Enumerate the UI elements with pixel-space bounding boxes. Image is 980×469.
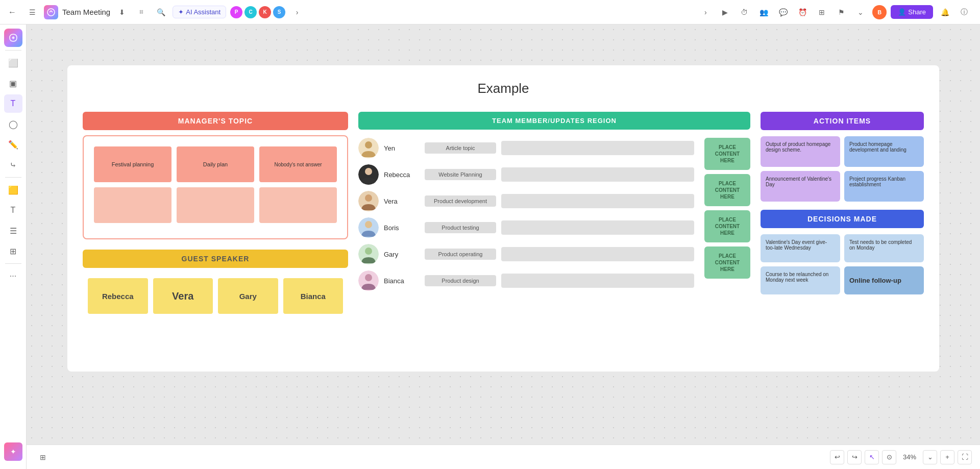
member-name-rebecca: Rebecca: [384, 171, 420, 179]
manager-topic-header: MANAGER'S TOPIC: [83, 112, 348, 130]
zoom-dropdown-button[interactable]: ⌄: [923, 450, 937, 464]
sticky-daily[interactable]: Daily plan: [177, 146, 254, 182]
help-button[interactable]: ⓘ: [957, 5, 972, 20]
tool-shape[interactable]: ◯: [4, 115, 22, 133]
place-content-2[interactable]: PLACECONTENTHERE: [704, 174, 750, 206]
tool-list[interactable]: ☰: [4, 221, 22, 240]
svg-point-6: [365, 194, 372, 202]
collab-button[interactable]: 👥: [756, 5, 771, 20]
tool-frame[interactable]: ▣: [4, 74, 22, 92]
guest-row: Rebecca Vera Gary Bianca: [83, 273, 348, 319]
team-column: TEAM MEMBER/UPDATES REGION Yen Article t…: [358, 112, 750, 297]
guest-bianca[interactable]: Bianca: [283, 278, 344, 314]
guest-gary[interactable]: Gary: [218, 278, 278, 314]
forward-button[interactable]: ›: [698, 5, 713, 20]
sticky-row-2: [94, 187, 337, 223]
notification-button[interactable]: 🔔: [937, 5, 952, 20]
table-button[interactable]: ⊞: [814, 5, 829, 20]
action-items-header: ACTION ITEMS: [761, 112, 924, 130]
ai-icon: ✦: [178, 8, 184, 16]
svg-point-12: [365, 274, 372, 281]
canvas[interactable]: Example MANAGER'S TOPIC Festival plannin…: [27, 24, 980, 445]
decision-card-1[interactable]: Valentine's Day event give-too-late Wedn…: [761, 234, 840, 262]
member-bar-vera: [501, 194, 694, 208]
action-card-4[interactable]: Project progress Kanban establishment: [844, 171, 924, 202]
tool-pen[interactable]: ✏️: [4, 135, 22, 154]
zoom-fit-button[interactable]: ⊙: [882, 450, 896, 464]
tool-table[interactable]: ⊞: [4, 242, 22, 260]
svg-point-0: [47, 9, 55, 16]
member-bar-rebecca: [501, 167, 694, 182]
sticky-empty-3[interactable]: [259, 187, 337, 223]
member-row-gary: Gary Product operating: [358, 244, 694, 264]
share-button[interactable]: 👤 Share: [891, 5, 933, 19]
menu-button[interactable]: ☰: [24, 5, 40, 20]
action-card-1[interactable]: Output of product homepage design scheme…: [761, 136, 840, 167]
timer-button[interactable]: ⏱: [737, 5, 752, 20]
member-bar-bianca: [501, 274, 694, 288]
avatar-rebecca: [358, 164, 379, 185]
decision-card-2[interactable]: Test needs to be completed on Monday: [844, 234, 924, 262]
minimap-button[interactable]: ⊞: [35, 449, 51, 465]
fullscreen-button[interactable]: ⛶: [958, 450, 972, 464]
member-row-yen: Yen Article topic: [358, 138, 694, 158]
member-tag-gary: Product operating: [425, 249, 496, 260]
back-button[interactable]: ←: [4, 4, 20, 20]
manager-inner-box: Festival planning Daily plan Nobody's no…: [83, 135, 348, 239]
redo-button[interactable]: ↪: [847, 450, 862, 464]
tool-more[interactable]: ···: [4, 267, 22, 285]
sticky-empty-1[interactable]: [94, 187, 172, 223]
guest-rebecca[interactable]: Rebecca: [88, 278, 148, 314]
comment-button[interactable]: 💬: [775, 5, 791, 20]
svg-point-4: [365, 168, 372, 175]
action-card-2[interactable]: Product homepage development and landing: [844, 136, 924, 167]
collab-avatar-1: P: [230, 6, 242, 18]
present-button[interactable]: ▶: [717, 5, 732, 20]
team-rows-left: Yen Article topic Rebecca Website Planni…: [358, 138, 694, 297]
tool-text[interactable]: T: [4, 94, 22, 113]
place-content-4[interactable]: PLACECONTENTHERE: [704, 246, 750, 279]
cursor-button[interactable]: ↖: [865, 450, 879, 464]
place-content-1[interactable]: PLACECONTENTHERE: [704, 138, 750, 170]
bottom-left: ⊞: [35, 449, 51, 465]
member-bar-gary: [501, 247, 694, 261]
bottom-toolbar: ⊞ ↩ ↪ ↖ ⊙ 34% ⌄ + ⛶: [27, 445, 980, 469]
board-title: Example: [83, 81, 924, 96]
collab-avatars: P C K S: [230, 6, 285, 18]
expand-button[interactable]: ›: [289, 5, 305, 20]
team-rows-wrapper: Yen Article topic Rebecca Website Planni…: [358, 138, 750, 297]
member-tag-rebecca: Website Planning: [425, 169, 496, 180]
history-button[interactable]: ⏰: [795, 5, 810, 20]
undo-button[interactable]: ↩: [830, 450, 844, 464]
guest-vera[interactable]: Vera: [153, 278, 213, 314]
download-button[interactable]: ⬇: [114, 5, 130, 20]
place-content-3[interactable]: PLACECONTENTHERE: [704, 210, 750, 242]
collab-avatar-2: C: [244, 6, 257, 18]
member-tag-yen: Article topic: [425, 142, 496, 154]
zoom-in-button[interactable]: +: [940, 450, 954, 464]
share-icon: 👤: [898, 8, 906, 16]
member-name-gary: Gary: [384, 251, 420, 258]
more-button[interactable]: ⌄: [853, 5, 868, 20]
search-button[interactable]: 🔍: [153, 5, 168, 20]
decision-card-4[interactable]: Online follow-up: [844, 266, 924, 294]
tool-text2[interactable]: T: [4, 201, 22, 219]
collab-avatar-3: K: [259, 6, 271, 18]
tool-connector[interactable]: ⤷: [4, 156, 22, 174]
sticky-festival[interactable]: Festival planning: [94, 146, 172, 182]
member-name-vera: Vera: [384, 198, 420, 205]
action-card-3[interactable]: Announcement of Valentine's Day: [761, 171, 840, 202]
ai-assistant-button[interactable]: ✦ AI Assistant: [173, 6, 226, 18]
sticky-nobody[interactable]: Nobody's not answer: [259, 146, 337, 182]
avatar-gary: [358, 244, 379, 264]
member-name-yen: Yen: [384, 144, 420, 152]
sticky-empty-2[interactable]: [177, 187, 254, 223]
decision-card-3[interactable]: Course to be relaunched on Monday next w…: [761, 266, 840, 294]
flag-button[interactable]: ⚑: [834, 5, 849, 20]
tool-select[interactable]: ⬜: [4, 54, 22, 72]
tag-button[interactable]: ⌗: [134, 5, 149, 20]
board-container: Example MANAGER'S TOPIC Festival plannin…: [67, 65, 939, 372]
app-icon: [44, 5, 58, 19]
tool-sticky[interactable]: 🟨: [4, 181, 22, 199]
plugin-icon[interactable]: ✦: [4, 442, 22, 461]
